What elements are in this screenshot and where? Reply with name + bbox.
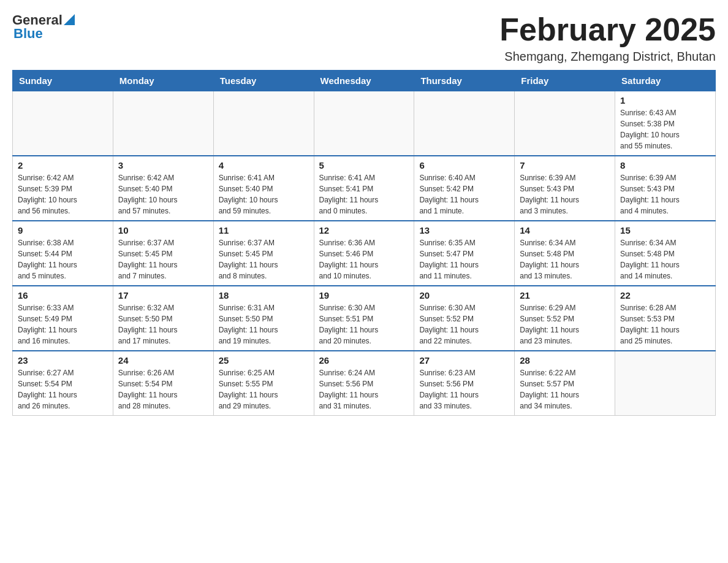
day-number: 4 — [219, 160, 309, 170]
day-number: 19 — [319, 290, 409, 301]
calendar-cell: 4Sunrise: 6:41 AM Sunset: 5:40 PM Daylig… — [213, 156, 314, 221]
day-info: Sunrise: 6:43 AM Sunset: 5:38 PM Dayligh… — [620, 107, 710, 151]
calendar-header-row: SundayMondayTuesdayWednesdayThursdayFrid… — [13, 71, 716, 91]
calendar-day-header: Tuesday — [213, 71, 314, 91]
calendar-cell: 20Sunrise: 6:30 AM Sunset: 5:52 PM Dayli… — [414, 286, 515, 351]
day-info: Sunrise: 6:24 AM Sunset: 5:56 PM Dayligh… — [319, 367, 409, 412]
calendar-cell — [314, 91, 414, 156]
day-info: Sunrise: 6:25 AM Sunset: 5:55 PM Dayligh… — [219, 367, 309, 412]
day-number: 14 — [520, 225, 610, 236]
calendar-cell: 5Sunrise: 6:41 AM Sunset: 5:41 PM Daylig… — [314, 156, 414, 221]
calendar-day-header: Friday — [515, 71, 615, 91]
day-info: Sunrise: 6:40 AM Sunset: 5:42 PM Dayligh… — [419, 172, 509, 216]
page-header: General Blue February 2025 Shemgang, Zhe… — [12, 12, 716, 64]
calendar-cell: 9Sunrise: 6:38 AM Sunset: 5:44 PM Daylig… — [13, 221, 113, 286]
day-number: 24 — [118, 355, 208, 366]
day-number: 6 — [419, 160, 509, 170]
calendar-cell — [213, 91, 314, 156]
day-info: Sunrise: 6:39 AM Sunset: 5:43 PM Dayligh… — [620, 172, 710, 216]
calendar-cell: 22Sunrise: 6:28 AM Sunset: 5:53 PM Dayli… — [615, 286, 716, 351]
day-number: 1 — [620, 95, 710, 105]
day-info: Sunrise: 6:37 AM Sunset: 5:45 PM Dayligh… — [219, 237, 309, 282]
calendar-cell: 19Sunrise: 6:30 AM Sunset: 5:51 PM Dayli… — [314, 286, 414, 351]
day-number: 20 — [419, 290, 509, 301]
calendar-week-row: 23Sunrise: 6:27 AM Sunset: 5:54 PM Dayli… — [13, 351, 716, 416]
day-number: 28 — [520, 355, 610, 366]
day-number: 22 — [620, 290, 710, 301]
calendar-cell: 3Sunrise: 6:42 AM Sunset: 5:40 PM Daylig… — [113, 156, 213, 221]
calendar-week-row: 1Sunrise: 6:43 AM Sunset: 5:38 PM Daylig… — [13, 91, 716, 156]
day-info: Sunrise: 6:41 AM Sunset: 5:41 PM Dayligh… — [319, 172, 409, 216]
day-info: Sunrise: 6:33 AM Sunset: 5:49 PM Dayligh… — [18, 302, 108, 347]
day-info: Sunrise: 6:34 AM Sunset: 5:48 PM Dayligh… — [620, 237, 710, 282]
calendar-cell: 6Sunrise: 6:40 AM Sunset: 5:42 PM Daylig… — [414, 156, 515, 221]
day-number: 23 — [18, 355, 108, 366]
calendar-cell: 16Sunrise: 6:33 AM Sunset: 5:49 PM Dayli… — [13, 286, 113, 351]
calendar-cell: 21Sunrise: 6:29 AM Sunset: 5:52 PM Dayli… — [515, 286, 615, 351]
day-number: 12 — [319, 225, 409, 236]
calendar-day-header: Sunday — [13, 71, 113, 91]
day-number: 5 — [319, 160, 409, 170]
day-info: Sunrise: 6:35 AM Sunset: 5:47 PM Dayligh… — [419, 237, 509, 282]
day-info: Sunrise: 6:27 AM Sunset: 5:54 PM Dayligh… — [18, 367, 108, 412]
day-number: 11 — [219, 225, 309, 236]
calendar-week-row: 16Sunrise: 6:33 AM Sunset: 5:49 PM Dayli… — [13, 286, 716, 351]
calendar-cell: 8Sunrise: 6:39 AM Sunset: 5:43 PM Daylig… — [615, 156, 716, 221]
day-number: 16 — [18, 290, 108, 301]
calendar-cell: 14Sunrise: 6:34 AM Sunset: 5:48 PM Dayli… — [515, 221, 615, 286]
calendar-cell: 18Sunrise: 6:31 AM Sunset: 5:50 PM Dayli… — [213, 286, 314, 351]
calendar-week-row: 9Sunrise: 6:38 AM Sunset: 5:44 PM Daylig… — [13, 221, 716, 286]
calendar-day-header: Wednesday — [314, 71, 414, 91]
calendar-table: SundayMondayTuesdayWednesdayThursdayFrid… — [12, 70, 716, 416]
day-number: 18 — [219, 290, 309, 301]
calendar-day-header: Saturday — [615, 71, 716, 91]
calendar-cell — [414, 91, 515, 156]
calendar-day-header: Monday — [113, 71, 213, 91]
calendar-cell: 10Sunrise: 6:37 AM Sunset: 5:45 PM Dayli… — [113, 221, 213, 286]
day-number: 8 — [620, 160, 710, 170]
day-info: Sunrise: 6:23 AM Sunset: 5:56 PM Dayligh… — [419, 367, 509, 412]
calendar-cell: 2Sunrise: 6:42 AM Sunset: 5:39 PM Daylig… — [13, 156, 113, 221]
main-title: February 2025 — [499, 12, 716, 47]
day-number: 3 — [118, 160, 208, 170]
calendar-cell: 1Sunrise: 6:43 AM Sunset: 5:38 PM Daylig… — [615, 91, 716, 156]
calendar-cell: 7Sunrise: 6:39 AM Sunset: 5:43 PM Daylig… — [515, 156, 615, 221]
day-info: Sunrise: 6:30 AM Sunset: 5:51 PM Dayligh… — [319, 302, 409, 347]
svg-marker-0 — [64, 14, 75, 25]
day-number: 27 — [419, 355, 509, 366]
subtitle: Shemgang, Zhemgang District, Bhutan — [499, 50, 716, 64]
day-info: Sunrise: 6:26 AM Sunset: 5:54 PM Dayligh… — [118, 367, 208, 412]
day-number: 13 — [419, 225, 509, 236]
day-info: Sunrise: 6:32 AM Sunset: 5:50 PM Dayligh… — [118, 302, 208, 347]
calendar-cell — [615, 351, 716, 416]
calendar-week-row: 2Sunrise: 6:42 AM Sunset: 5:39 PM Daylig… — [13, 156, 716, 221]
day-info: Sunrise: 6:30 AM Sunset: 5:52 PM Dayligh… — [419, 302, 509, 347]
day-number: 17 — [118, 290, 208, 301]
calendar-cell: 23Sunrise: 6:27 AM Sunset: 5:54 PM Dayli… — [13, 351, 113, 416]
calendar-cell: 27Sunrise: 6:23 AM Sunset: 5:56 PM Dayli… — [414, 351, 515, 416]
day-number: 21 — [520, 290, 610, 301]
calendar-cell — [113, 91, 213, 156]
day-info: Sunrise: 6:29 AM Sunset: 5:52 PM Dayligh… — [520, 302, 610, 347]
calendar-cell: 12Sunrise: 6:36 AM Sunset: 5:46 PM Dayli… — [314, 221, 414, 286]
calendar-cell: 17Sunrise: 6:32 AM Sunset: 5:50 PM Dayli… — [113, 286, 213, 351]
day-number: 9 — [18, 225, 108, 236]
day-number: 26 — [319, 355, 409, 366]
day-info: Sunrise: 6:42 AM Sunset: 5:40 PM Dayligh… — [118, 172, 208, 216]
calendar-cell: 26Sunrise: 6:24 AM Sunset: 5:56 PM Dayli… — [314, 351, 414, 416]
calendar-day-header: Thursday — [414, 71, 515, 91]
logo-text-blue: Blue — [13, 26, 43, 42]
day-info: Sunrise: 6:28 AM Sunset: 5:53 PM Dayligh… — [620, 302, 710, 347]
day-info: Sunrise: 6:34 AM Sunset: 5:48 PM Dayligh… — [520, 237, 610, 282]
day-info: Sunrise: 6:39 AM Sunset: 5:43 PM Dayligh… — [520, 172, 610, 216]
day-info: Sunrise: 6:37 AM Sunset: 5:45 PM Dayligh… — [118, 237, 208, 282]
title-section: February 2025 Shemgang, Zhemgang Distric… — [499, 12, 716, 64]
day-info: Sunrise: 6:41 AM Sunset: 5:40 PM Dayligh… — [219, 172, 309, 216]
calendar-cell — [515, 91, 615, 156]
logo: General Blue — [12, 12, 75, 42]
logo-arrow-icon — [64, 14, 75, 25]
day-info: Sunrise: 6:38 AM Sunset: 5:44 PM Dayligh… — [18, 237, 108, 282]
day-info: Sunrise: 6:31 AM Sunset: 5:50 PM Dayligh… — [219, 302, 309, 347]
calendar-cell: 28Sunrise: 6:22 AM Sunset: 5:57 PM Dayli… — [515, 351, 615, 416]
day-number: 7 — [520, 160, 610, 170]
